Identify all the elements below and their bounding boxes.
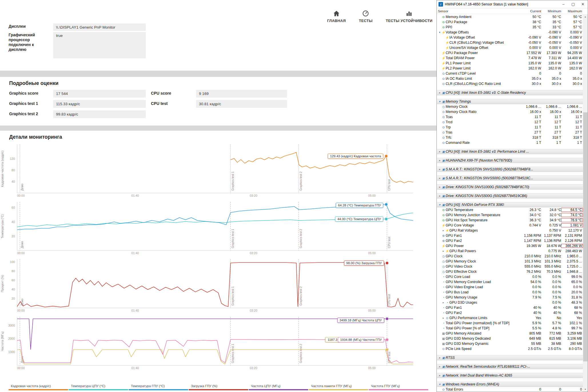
hwinfo-titlebar[interactable]: i HWiNFO64 v7.16-4650 Sensor Status [1 v…: [437, 0, 588, 8]
hwinfo-scrollbar[interactable]: ▲ ▼: [583, 14, 588, 392]
expand-chevron-icon[interactable]: ▾: [438, 31, 441, 34]
sensor-row[interactable]: ⊙Total Errors000: [437, 387, 583, 392]
sensor-row[interactable]: ◔GPU Fan240 %40 %68 %: [437, 310, 583, 315]
sensor-row[interactable]: ◔GPU Fan140 %40 %68 %: [437, 305, 583, 310]
sensor-section-row[interactable]: ▸▣CPU [#0]: Intel Xeon E5-1681 v3: C-Sta…: [437, 90, 583, 95]
sensor-row[interactable]: ⊖CPU Package38 °C35 °C57 °C: [437, 19, 583, 25]
sensor-row[interactable]: ◔Total GPU Power (normalized) [% of TDP]…: [437, 321, 583, 326]
sensor-row[interactable]: ⊖GPU Hot Spot Temperature36.3 °C34.9 °C7…: [437, 218, 583, 223]
sensor-section-row[interactable]: ▸▣RTSS: [437, 355, 583, 360]
legend-item[interactable]: Частота памяти ГПУ (МГц): [309, 384, 368, 390]
sensor-row[interactable]: ◔GPU Bus Load0.0 %0.0 %20.0 %: [437, 290, 583, 295]
column-header-current[interactable]: Current: [518, 9, 541, 13]
minimize-button[interactable]: –: [559, 0, 568, 8]
sensor-row[interactable]: ⊙Trfc318 T318 T318 T: [437, 135, 583, 140]
sensor-row[interactable]: ⊛GPU Fan11,156 RPM1,137 RPM2,131 RPM: [437, 233, 583, 238]
sensor-row[interactable]: ◔GPU Video Engine Load0.0 %0.0 %0.0 %: [437, 284, 583, 290]
sensor-section-row[interactable]: ▾▣GPU [#0]: NVIDIA GeForce RTX 3080:: [437, 202, 583, 207]
expand-chevron-icon[interactable]: ▸: [442, 301, 445, 304]
sensor-row[interactable]: ⊙PCIe Link Speed2.5 GT/s2.5 GT/s8.0 GT/s: [437, 346, 583, 351]
sensor-row[interactable]: ⚡GPU Core Voltage0.744 V0.725 V1.081 V: [437, 223, 583, 228]
expand-chevron-icon[interactable]: ▸: [438, 194, 441, 197]
maximize-button[interactable]: ▢: [568, 0, 578, 8]
sensor-row[interactable]: ◷GPU Effective Clock76.2 MHz70.3 MHz1,94…: [437, 269, 583, 274]
chart-plot[interactable]: 20406080100ДемоGraphics test 1Graphics t…: [0, 259, 417, 309]
sensor-row[interactable]: ◔Total GPU Power [% of TDP]5.5 %4.8 %99.…: [437, 326, 583, 331]
expand-chevron-icon[interactable]: ▸: [438, 365, 441, 368]
legend-item[interactable]: Загрузка ГПУ (%): [189, 384, 248, 390]
sensor-row[interactable]: ⚡IA Voltage Offset-0.090 V-0.090 V-0.090…: [437, 35, 583, 40]
expand-chevron-icon[interactable]: ▸: [438, 356, 441, 359]
expand-chevron-icon[interactable]: ▾: [438, 383, 441, 386]
sensor-row[interactable]: ⊙Trp11 T11 T11 T: [437, 125, 583, 130]
sensor-row[interactable]: ▸⊙GPU Performance LimitsYesNoYes: [437, 315, 583, 321]
sensor-row[interactable]: ⊖Memory Ambient50 °C50 °C50 °C: [437, 14, 583, 19]
sensor-row[interactable]: ⊙IA OC Ratio Limit35.0 x35.0 x35.0 x: [437, 76, 583, 81]
sensor-row[interactable]: ⚡CPU Package Power17.552 W17.383 W94.205…: [437, 50, 583, 55]
sensor-row[interactable]: ⊙Memory Clock Ratio16.00 x16.00 x16.00 x: [437, 109, 583, 114]
legend-item[interactable]: Частота ГПУ (МГц): [369, 384, 428, 390]
sensor-row[interactable]: ▾⚡Voltage Offsets-0.090 V0.000 V: [437, 30, 583, 35]
nav-item-tests[interactable]: ТЕСТЫ: [359, 10, 373, 23]
sensor-row[interactable]: ⊙Tcas11 T11 T11 T: [437, 114, 583, 120]
sensor-row[interactable]: ◷GPU Clock210.0 MHz210.0 MHz1,965.0 ...: [437, 254, 583, 259]
close-button[interactable]: ×: [578, 0, 588, 8]
sensor-row[interactable]: ▸◔GPU D3D Usages0.0 %48.3 %: [437, 300, 583, 305]
nav-item-stability-tests[interactable]: ТЕСТЫ УСТОЙЧИВОСТИ: [386, 10, 432, 23]
column-header-sensor[interactable]: Sensor: [438, 9, 518, 13]
sensor-row[interactable]: ◷Memory Clock1,066.6 ...1,066.6 ...1,066…: [437, 104, 583, 109]
scrollbar-thumb[interactable]: [583, 112, 587, 361]
expand-chevron-icon[interactable]: ▸: [438, 91, 441, 94]
column-header-minimum[interactable]: Minimum: [541, 9, 561, 13]
sensor-row[interactable]: ◔GPU Memory Controller Load54.0 %0.0 %65…: [437, 279, 583, 284]
legend-item[interactable]: Температура ГПУ (°C): [129, 384, 188, 390]
sensor-row[interactable]: ⚡Total DRAM Power7.478 W7.311 W14.400 W: [437, 55, 583, 61]
legend-item[interactable]: Частота ЦПУ (МГц): [249, 384, 308, 390]
sensor-section-row[interactable]: ▸▣HUANANZHI X99-TF (Nuvoton NCT6793D): [437, 158, 583, 163]
sensor-section-row[interactable]: ▸▣Drive: KINGSTON SNVS1000G (50026B7784B…: [437, 184, 583, 190]
sensor-row[interactable]: ⚡PL2 Power Limit162.0 W162.0 W162.0 W: [437, 66, 583, 71]
sensor-row[interactable]: ⚡CLR (CBo/LLC/Ring) Voltage Offset-0.050…: [437, 40, 583, 45]
expand-chevron-icon[interactable]: ▸: [438, 168, 441, 171]
sensor-row[interactable]: ◔GPU Memory Usage7.9 %7.5 %31.8 %: [437, 295, 583, 300]
sensor-row[interactable]: ⊙CLR (CBo/LLC/Ring) OC Ratio Limit30.0 x…: [437, 81, 583, 86]
sensor-section-row[interactable]: ▸▣Drive: KINGSTON SNVS500G (50026B778451…: [437, 193, 583, 198]
legend-item[interactable]: Температура ЦПУ (°C): [69, 384, 128, 390]
sensor-row[interactable]: ⊖GPU Temperature26.3 °C24.8 °C64.5 °C: [437, 207, 583, 212]
sensor-section-row[interactable]: ▸▣CPU [#0]: Intel Xeon E5-1681 v3: Perfo…: [437, 149, 583, 154]
sensor-row[interactable]: ⚡Uncore/SA Voltage Offset0.000 V0.000 V0…: [437, 45, 583, 50]
expand-chevron-icon[interactable]: ▸: [442, 229, 445, 232]
sensor-row[interactable]: ◷GPU Memory Clock101.3 MHz101.3 MHz2,375…: [437, 259, 583, 264]
sensor-row[interactable]: ⊖PP035 °C33 °C57 °C: [437, 25, 583, 30]
sensor-row[interactable]: ◷GPU Video Clock555.0 MHz555.0 MHz1,725.…: [437, 264, 583, 269]
chart-plot[interactable]: 204060ДемоGraphics test 1Graphics test 2…: [0, 202, 417, 251]
expand-chevron-icon[interactable]: ▸: [442, 250, 445, 252]
sensor-section-row[interactable]: ▸▣Network: RealTek Semiconductor RTL8168…: [437, 364, 583, 369]
expand-chevron-icon[interactable]: ▸: [438, 159, 441, 162]
sensor-row[interactable]: ⊛GPU Fan21,147 RPM1,136 RPM2,126 RPM: [437, 238, 583, 243]
column-header-maximum[interactable]: Maximum: [561, 9, 583, 13]
sensor-row[interactable]: ⊙Tras27 T27 T27 T: [437, 130, 583, 135]
sensor-section-row[interactable]: ▸▣S.M.A.R.T.: KINGSTON SNVS500G (50026B7…: [437, 176, 583, 181]
sensor-row[interactable]: ▦GPU D3D Memory Dedicated649 MB615 MB3,1…: [437, 336, 583, 341]
expand-chevron-icon[interactable]: ▸: [438, 186, 441, 188]
expand-chevron-icon[interactable]: ▸: [438, 150, 441, 153]
scroll-up-arrow[interactable]: ▲: [583, 14, 588, 19]
scroll-down-arrow[interactable]: ▼: [583, 387, 588, 392]
sensor-section-row[interactable]: ▸▣Network: Intel Dual Band Wireless-AC 8…: [437, 373, 583, 378]
legend-item[interactable]: Кадровая частота (кадр/с): [9, 384, 68, 390]
sensor-row[interactable]: ▸⚡GPU Rail Powers0.775 W288.463 W: [437, 248, 583, 254]
sensor-row[interactable]: ⊙Trcd12 T12 T12 T: [437, 120, 583, 125]
expand-chevron-icon[interactable]: ▾: [438, 100, 441, 103]
expand-chevron-icon[interactable]: ▸: [438, 374, 441, 377]
sensor-row[interactable]: ▦GPU Memory Allocated805 MB772 MB3,259 M…: [437, 331, 583, 336]
expand-chevron-icon[interactable]: ▸: [438, 177, 441, 180]
expand-chevron-icon[interactable]: ▾: [438, 203, 441, 206]
sensor-row[interactable]: ▦GPU D3D Memory Dynamic55 MB38 MB290 MB: [437, 341, 583, 346]
sensor-row[interactable]: ▸⚡GPU Rail Voltages0.750 V12.170 V: [437, 228, 583, 233]
sensor-section-row[interactable]: ▸▣S.M.A.R.T.: KINGSTON SNVS1000G (50026B…: [437, 167, 583, 172]
expand-chevron-icon[interactable]: ▸: [442, 317, 445, 319]
sensor-row[interactable]: ⚡GPU Power19.365 W18.676 W366.266 W: [437, 243, 583, 248]
sensor-row[interactable]: ◔GPU Core Load0.0 %0.0 %99.0 %: [437, 274, 583, 279]
sensor-section-row[interactable]: ▾▣Memory Timings: [437, 99, 583, 104]
